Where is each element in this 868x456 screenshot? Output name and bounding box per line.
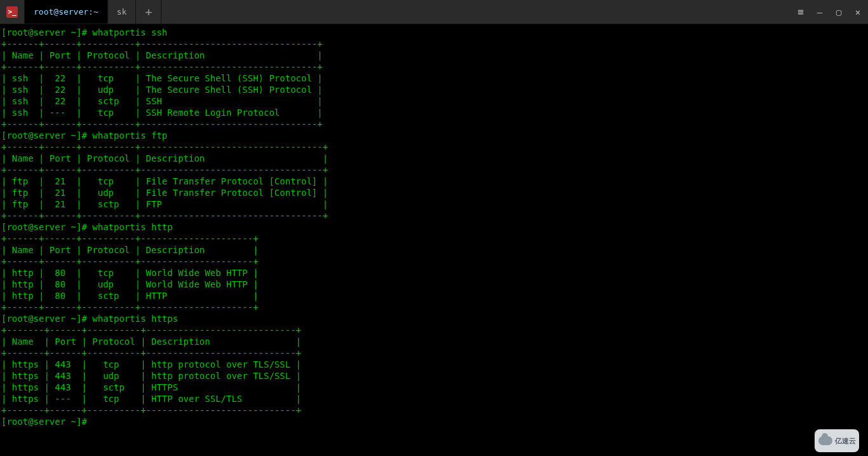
- titlebar-spacer: [161, 0, 796, 24]
- terminal-output[interactable]: [root@server ~]# whatportis ssh +------+…: [0, 24, 868, 430]
- maximize-button[interactable]: ▢: [834, 7, 844, 17]
- terminal-app-icon-tab[interactable]: >_: [0, 0, 25, 24]
- window-controls: ≡ — ▢ ✕: [796, 0, 868, 24]
- close-button[interactable]: ✕: [853, 7, 863, 17]
- new-tab-button[interactable]: +: [136, 0, 161, 24]
- tab-active[interactable]: root@server:~: [25, 0, 108, 24]
- watermark-text: 亿速云: [835, 436, 856, 446]
- menu-icon[interactable]: ≡: [796, 6, 806, 18]
- titlebar: >_ root@server:~ sk + ≡ — ▢ ✕: [0, 0, 868, 24]
- cloud-icon: [818, 436, 832, 445]
- watermark: 亿速云: [815, 429, 859, 452]
- tab-inactive[interactable]: sk: [108, 0, 137, 24]
- terminal-icon: >_: [6, 6, 18, 18]
- minimize-button[interactable]: —: [815, 7, 825, 17]
- plus-icon: +: [145, 5, 152, 18]
